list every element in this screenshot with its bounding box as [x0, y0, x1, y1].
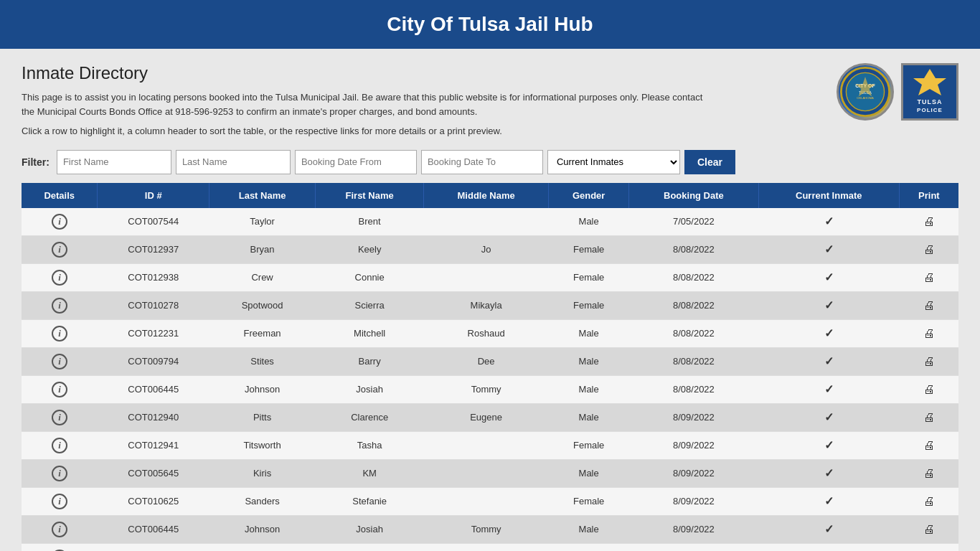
- table-row[interactable]: i COT012941 Titsworth Tasha Female 8/09/…: [22, 431, 958, 459]
- cell-print[interactable]: 🖨: [899, 208, 958, 236]
- cell-gender: Female: [549, 291, 629, 319]
- col-header-middle-name[interactable]: Middle Name: [424, 183, 549, 208]
- cell-details[interactable]: i: [22, 263, 98, 291]
- cell-details[interactable]: i: [22, 375, 98, 403]
- info-icon[interactable]: i: [52, 298, 67, 314]
- cell-print[interactable]: 🖨: [899, 403, 958, 431]
- printer-icon[interactable]: 🖨: [923, 215, 935, 227]
- cell-gender: Male: [549, 347, 629, 375]
- cell-details[interactable]: i: [22, 403, 98, 431]
- col-header-booking-date[interactable]: Booking Date: [629, 183, 759, 208]
- cell-print[interactable]: 🖨: [899, 235, 958, 263]
- cell-print[interactable]: 🖨: [899, 263, 958, 291]
- table-row[interactable]: i COT012942 Denton Aaron jauy Male 8/09/…: [22, 543, 958, 551]
- printer-icon[interactable]: 🖨: [923, 495, 935, 507]
- cell-details[interactable]: i: [22, 208, 98, 236]
- table-row[interactable]: i COT012937 Bryan Keely Jo Female 8/08/2…: [22, 235, 958, 263]
- cell-details[interactable]: i: [22, 459, 98, 487]
- cell-print[interactable]: 🖨: [899, 291, 958, 319]
- cell-details[interactable]: i: [22, 487, 98, 515]
- booking-date-from-input[interactable]: [295, 150, 417, 174]
- printer-icon[interactable]: 🖨: [923, 411, 935, 423]
- info-icon[interactable]: i: [52, 494, 67, 509]
- printer-icon[interactable]: 🖨: [923, 243, 935, 255]
- first-name-input[interactable]: [57, 150, 171, 174]
- table-row[interactable]: i COT010625 Sanders Stefanie Female 8/09…: [22, 487, 958, 515]
- col-header-id[interactable]: ID #: [98, 183, 209, 208]
- cell-print[interactable]: 🖨: [899, 515, 958, 543]
- col-header-last-name[interactable]: Last Name: [209, 183, 315, 208]
- table-row[interactable]: i COT010278 Spotwood Scierra Mikayla Fem…: [22, 291, 958, 319]
- info-icon[interactable]: i: [52, 242, 67, 258]
- table-row[interactable]: i COT006445 Johnson Josiah Tommy Male 8/…: [22, 375, 958, 403]
- cell-gender: Male: [549, 403, 629, 431]
- info-icon[interactable]: i: [52, 354, 67, 369]
- printer-icon[interactable]: 🖨: [923, 523, 935, 535]
- clear-button[interactable]: Clear: [684, 150, 735, 174]
- cell-details[interactable]: i: [22, 291, 98, 319]
- printer-icon[interactable]: 🖨: [923, 355, 935, 367]
- cell-details[interactable]: i: [22, 431, 98, 459]
- checkmark-icon: ✓: [824, 355, 834, 367]
- cell-print[interactable]: 🖨: [899, 431, 958, 459]
- col-header-current-inmate[interactable]: Current Inmate: [758, 183, 899, 208]
- cell-current-inmate: ✓: [758, 431, 899, 459]
- cell-last-name: Sanders: [209, 487, 315, 515]
- cell-middle-name: Roshaud: [424, 319, 549, 347]
- table-row[interactable]: i COT007544 Taylor Brent Male 7/05/2022 …: [22, 208, 958, 236]
- cell-first-name: Josiah: [316, 375, 424, 403]
- cell-details[interactable]: i: [22, 319, 98, 347]
- cell-details[interactable]: i: [22, 347, 98, 375]
- filter-row: Filter: Current Inmates All Inmates Rele…: [22, 150, 958, 174]
- info-icon[interactable]: i: [52, 382, 67, 397]
- cell-current-inmate: ✓: [758, 403, 899, 431]
- printer-icon[interactable]: 🖨: [923, 327, 935, 339]
- printer-icon[interactable]: 🖨: [923, 271, 935, 283]
- cell-last-name: Johnson: [209, 375, 315, 403]
- cell-first-name: Mitchell: [316, 319, 424, 347]
- table-row[interactable]: i COT012940 Pitts Clarence Eugene Male 8…: [22, 403, 958, 431]
- cell-last-name: Pitts: [209, 403, 315, 431]
- cell-first-name: KM: [316, 459, 424, 487]
- cell-print[interactable]: 🖨: [899, 375, 958, 403]
- printer-icon[interactable]: 🖨: [923, 299, 935, 311]
- info-icon[interactable]: i: [52, 326, 67, 342]
- cell-last-name: Freeman: [209, 319, 315, 347]
- cell-current-inmate: ✓: [758, 487, 899, 515]
- printer-icon[interactable]: 🖨: [923, 383, 935, 395]
- info-icon[interactable]: i: [52, 410, 67, 425]
- last-name-input[interactable]: [176, 150, 291, 174]
- info-icon[interactable]: i: [52, 438, 67, 453]
- cell-details[interactable]: i: [22, 235, 98, 263]
- cell-print[interactable]: 🖨: [899, 543, 958, 551]
- cell-booking-date: 8/08/2022: [629, 319, 759, 347]
- info-icon[interactable]: i: [52, 270, 67, 286]
- printer-icon[interactable]: 🖨: [923, 439, 935, 451]
- cell-details[interactable]: i: [22, 543, 98, 551]
- info-icon[interactable]: i: [52, 522, 67, 537]
- cell-details[interactable]: i: [22, 515, 98, 543]
- printer-icon[interactable]: 🖨: [923, 467, 935, 479]
- status-select[interactable]: Current Inmates All Inmates Released Inm…: [547, 150, 680, 174]
- info-icon[interactable]: i: [52, 466, 67, 481]
- cell-first-name: Keely: [316, 235, 424, 263]
- col-header-gender[interactable]: Gender: [549, 183, 629, 208]
- table-row[interactable]: i COT006445 Johnson Josiah Tommy Male 8/…: [22, 515, 958, 543]
- svg-text:OKLAHOMA: OKLAHOMA: [857, 96, 874, 100]
- cell-last-name: Titsworth: [209, 431, 315, 459]
- cell-print[interactable]: 🖨: [899, 487, 958, 515]
- booking-date-to-input[interactable]: [421, 150, 543, 174]
- cell-gender: Female: [549, 487, 629, 515]
- table-row[interactable]: i COT009794 Stites Barry Dee Male 8/08/2…: [22, 347, 958, 375]
- cell-print[interactable]: 🖨: [899, 319, 958, 347]
- table-row[interactable]: i COT012231 Freeman Mitchell Roshaud Mal…: [22, 319, 958, 347]
- table-row[interactable]: i COT005645 Kiris KM Male 8/09/2022 ✓ 🖨: [22, 459, 958, 487]
- cell-first-name: Connie: [316, 263, 424, 291]
- col-header-print[interactable]: Print: [899, 183, 958, 208]
- col-header-first-name[interactable]: First Name: [316, 183, 424, 208]
- cell-print[interactable]: 🖨: [899, 347, 958, 375]
- table-row[interactable]: i COT012938 Crew Connie Female 8/08/2022…: [22, 263, 958, 291]
- info-icon[interactable]: i: [52, 214, 67, 230]
- cell-print[interactable]: 🖨: [899, 459, 958, 487]
- col-header-details[interactable]: Details: [22, 183, 98, 208]
